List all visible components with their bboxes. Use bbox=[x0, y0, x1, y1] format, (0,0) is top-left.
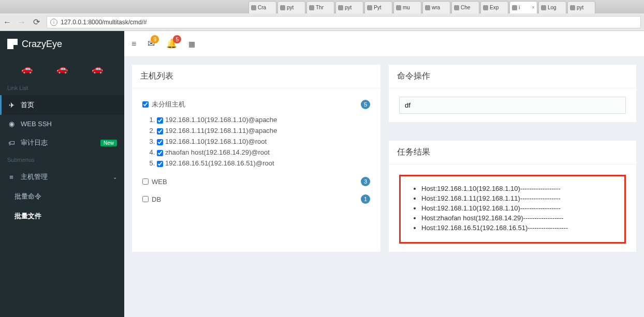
sidebar-item-audit[interactable]: 🏷 审计日志 New bbox=[0, 133, 124, 153]
group-checkbox[interactable] bbox=[142, 196, 149, 202]
host-item[interactable]: zhaofan host(192.168.14.29)@root bbox=[157, 147, 370, 158]
tag-icon: 🏷 bbox=[7, 139, 16, 147]
group-label: WEB bbox=[152, 178, 167, 186]
section-link-list: Link List bbox=[0, 81, 124, 95]
list-icon: ≡ bbox=[7, 173, 16, 181]
sidebar-item-label: WEB SSH bbox=[21, 120, 52, 128]
panel-title: 命令操作 bbox=[389, 65, 636, 88]
sidebar-item-label: 审计日志 bbox=[21, 138, 48, 147]
sidebar-item-host-mgmt[interactable]: ≡ 主机管理 ⌄ bbox=[0, 167, 124, 187]
car-icon[interactable]: 🚗 bbox=[21, 63, 33, 74]
brand[interactable]: CrazyEye bbox=[0, 31, 124, 57]
browser-tab[interactable]: Pyt bbox=[364, 1, 392, 13]
host-checkbox[interactable] bbox=[157, 139, 163, 145]
results-panel: 任务结果 Host:192.168.1.10(192.168.1.10)----… bbox=[388, 140, 637, 252]
topbar: ≡ ✉9 🔔5 ▦ bbox=[124, 31, 644, 57]
sidebar-item-label: 主机管理 bbox=[21, 172, 48, 182]
host-group-row[interactable]: 未分组主机 5 bbox=[142, 100, 370, 109]
bell-icon[interactable]: 🔔5 bbox=[166, 38, 177, 49]
host-checkbox[interactable] bbox=[157, 161, 163, 167]
host-item[interactable]: 192.168.16.51(192.168.16.51)@root bbox=[157, 158, 370, 169]
url-bar[interactable]: i 127.0.0.1:8000/multitask/cmd/# bbox=[47, 16, 641, 28]
mail-icon[interactable]: ✉9 bbox=[148, 38, 155, 49]
car-icon[interactable]: 🚗 bbox=[56, 63, 68, 74]
info-icon[interactable]: i bbox=[50, 19, 57, 26]
menu-toggle-icon[interactable]: ≡ bbox=[131, 39, 136, 49]
reload-button[interactable]: ⟳ bbox=[29, 15, 43, 29]
forward-button[interactable]: → bbox=[14, 15, 29, 29]
host-list-panel: 主机列表 未分组主机 5 192.168.1.10(192.168.1.10)@… bbox=[131, 64, 381, 252]
browser-tab[interactable]: i× bbox=[509, 1, 537, 13]
back-button[interactable]: ← bbox=[0, 15, 14, 29]
sidebar-item-webssh[interactable]: ◉ WEB SSH bbox=[0, 115, 124, 133]
group-checkbox[interactable] bbox=[142, 101, 149, 108]
panel-title: 主机列表 bbox=[132, 65, 380, 88]
browser-tabs: Cra pyt Thr pyt Pyt mu wra Che Exp i× Lo… bbox=[0, 0, 644, 13]
group-count-badge: 1 bbox=[361, 194, 370, 204]
browser-tab[interactable]: Che bbox=[451, 1, 479, 13]
main: ≡ ✉9 🔔5 ▦ 主机列表 未分组主机 5 192.168.1.10(192.… bbox=[124, 31, 644, 317]
result-item[interactable]: Host:192.168.1.11(192.168.1.11)---------… bbox=[421, 193, 615, 203]
browser-tab[interactable]: Exp bbox=[480, 1, 508, 13]
brand-label: CrazyEye bbox=[22, 39, 62, 50]
sidebar-subitem-batch-cmd[interactable]: 批量命令 bbox=[0, 187, 124, 206]
group-label: 未分组主机 bbox=[152, 100, 185, 109]
result-item[interactable]: Host:192.168.16.51(192.168.16.51)-------… bbox=[421, 223, 615, 233]
browser-toolbar: ← → ⟳ i 127.0.0.1:8000/multitask/cmd/# bbox=[0, 13, 644, 31]
brand-icon bbox=[7, 39, 18, 49]
host-checkbox[interactable] bbox=[157, 150, 163, 156]
dashboard-icon: ◉ bbox=[7, 120, 16, 128]
chevron-down-icon: ⌄ bbox=[113, 174, 117, 180]
result-item[interactable]: Host:192.168.1.10(192.168.1.10)---------… bbox=[421, 184, 615, 193]
close-icon[interactable]: × bbox=[530, 5, 535, 10]
browser-tab[interactable]: pyt bbox=[277, 1, 305, 13]
browser-tab[interactable]: mu bbox=[393, 1, 421, 13]
command-input[interactable] bbox=[399, 97, 626, 114]
car-icon[interactable]: 🚗 bbox=[92, 63, 103, 74]
section-submenus: Submenus bbox=[0, 153, 124, 167]
sidebar-subitem-batch-file[interactable]: 批量文件 bbox=[0, 206, 124, 226]
browser-tab[interactable]: Thr bbox=[306, 1, 334, 13]
result-item[interactable]: Host:zhaofan host(192.168.14.29)--------… bbox=[421, 213, 615, 223]
plane-icon: ✈ bbox=[7, 101, 16, 109]
quick-icons: 🚗 🚗 🚗 bbox=[0, 57, 124, 81]
result-item[interactable]: Host:192.168.1.10(192.168.1.10)---------… bbox=[421, 203, 615, 213]
sidebar-item-home[interactable]: ✈ 首页 bbox=[0, 95, 124, 115]
sidebar-item-label: 首页 bbox=[21, 100, 34, 110]
browser-tab[interactable]: Cra bbox=[248, 1, 276, 13]
host-item[interactable]: 192.168.1.10(192.168.1.10)@apache bbox=[157, 114, 370, 125]
host-group-row[interactable]: DB 1 bbox=[142, 194, 370, 204]
host-checkbox[interactable] bbox=[157, 117, 163, 124]
group-checkbox[interactable] bbox=[142, 178, 149, 185]
host-checkbox[interactable] bbox=[157, 128, 163, 134]
host-item[interactable]: 192.168.1.11(192.168.1.11)@apache bbox=[157, 125, 370, 136]
url-text: 127.0.0.1:8000/multitask/cmd/# bbox=[61, 19, 147, 26]
command-panel: 命令操作 bbox=[388, 64, 637, 123]
host-item[interactable]: 192.168.1.10(192.168.1.10)@root bbox=[157, 136, 370, 147]
mail-badge: 9 bbox=[151, 35, 159, 43]
browser-tab[interactable]: wra bbox=[422, 1, 450, 13]
sidebar-item-label: 批量命令 bbox=[14, 192, 41, 201]
host-group-row[interactable]: WEB 3 bbox=[142, 177, 370, 186]
sidebar: CrazyEye 🚗 🚗 🚗 Link List ✈ 首页 ◉ WEB SSH … bbox=[0, 31, 124, 317]
browser-tab[interactable]: pyt bbox=[335, 1, 363, 13]
apps-icon[interactable]: ▦ bbox=[188, 40, 195, 48]
new-badge: New bbox=[100, 140, 117, 146]
browser-tab[interactable]: pyt bbox=[567, 1, 595, 13]
browser-tab[interactable]: Log bbox=[538, 1, 566, 13]
panel-title: 任务结果 bbox=[389, 141, 636, 164]
group-label: DB bbox=[152, 195, 161, 203]
result-box: Host:192.168.1.10(192.168.1.10)---------… bbox=[399, 175, 626, 244]
host-list: 192.168.1.10(192.168.1.10)@apache 192.16… bbox=[142, 114, 370, 169]
group-count-badge: 3 bbox=[361, 177, 370, 186]
group-count-badge: 5 bbox=[361, 100, 370, 109]
bell-badge: 5 bbox=[173, 35, 181, 43]
sidebar-item-label: 批量文件 bbox=[14, 212, 41, 221]
